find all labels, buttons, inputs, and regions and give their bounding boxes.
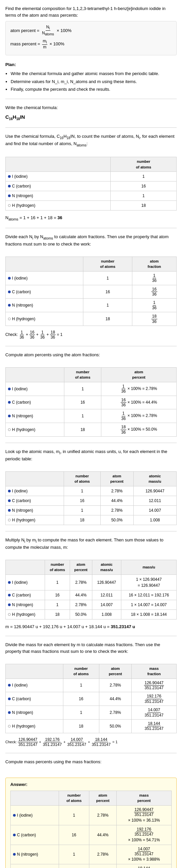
col-atom-pct: atompercent xyxy=(101,367,176,382)
plan-label: Plan: xyxy=(5,61,177,68)
col-atom-pct-5: atompercent xyxy=(70,560,92,575)
element-nitrogen-7: N (nitrogen) xyxy=(11,845,59,864)
atom-percent-section: Compute atom percents using the atom fra… xyxy=(5,351,177,437)
element-hydrogen-7: H (hydrogen) xyxy=(11,864,59,868)
col-atomic-mass: atomicmass/u xyxy=(133,471,176,486)
mass-fraction-section: Divide the mass for each element by m to… xyxy=(5,642,177,747)
table-row: H (hydrogen) 18 50.0% 1.008 18 × 1.008 =… xyxy=(6,610,177,619)
col-num-atoms-2: numberof atoms xyxy=(83,256,132,271)
table-row: N (nitrogen) 1 xyxy=(6,191,177,201)
table-row: C (carbon) 16 44.4% 192.176351.23147 xyxy=(6,692,177,706)
mass-percent-formula: mass percent = mim × 100% xyxy=(10,39,172,50)
col-atom-pct-4: atompercent xyxy=(100,471,133,486)
element-carbon-3: C (carbon) xyxy=(6,396,64,409)
molecular-mass-section: Multiply Ni by mi to compute the mass fo… xyxy=(5,537,177,630)
col-element-6 xyxy=(6,664,63,679)
table-row: C (carbon) 16 1636 xyxy=(6,285,177,299)
table-row: H (hydrogen) 18 xyxy=(6,201,177,211)
header-title: Find the elemental composition for 1,1,2… xyxy=(5,5,177,18)
atom-percent-intro: Compute atom percents using the atom fra… xyxy=(5,351,177,358)
atom-percent-table: numberof atoms atompercent I (iodine) 1 … xyxy=(5,367,177,437)
mass-percent-final-table: numberof atoms atompercent masspercent I… xyxy=(10,790,172,868)
table-row: I (iodine) 1 2.78% 126.90447 1 × 126.904… xyxy=(6,575,177,590)
col-atom-frac: atomfraction xyxy=(132,256,176,271)
element-hydrogen-1: H (hydrogen) xyxy=(6,201,111,211)
col-element-7 xyxy=(11,790,59,805)
table-row: H (hydrogen) 18 1836 × 100% = 50.0% xyxy=(6,423,177,437)
col-atomic-mass-5: atomicmass/u xyxy=(92,560,121,575)
molecular-mass-total: m = 126.90447 u + 192.176 u + 14.007 u +… xyxy=(5,623,177,630)
answer-box: Answer: numberof atoms atompercent massp… xyxy=(5,778,177,868)
table-row: H (hydrogen) 18 50.0% 1.008 xyxy=(6,515,177,525)
atomic-mass-intro: Look up the atomic mass, mi, in unified … xyxy=(5,448,177,462)
table-row: N (nitrogen) 1 2.78% 14.007351.23147 xyxy=(6,706,177,719)
mass-percent-final-section: Compute mass percents using the mass fra… xyxy=(5,758,177,868)
col-mass-u: mass/u xyxy=(121,560,177,575)
table-row: I (iodine) 1 2.78% 126.90447351.23147 xyxy=(6,679,177,692)
atomic-mass-section: Look up the atomic mass, mi, in unified … xyxy=(5,448,177,525)
atomic-mass-table: numberof atoms atompercent atomicmass/u … xyxy=(5,471,177,525)
element-iodine-6: I (iodine) xyxy=(6,679,63,692)
col-element-1 xyxy=(6,157,111,172)
element-hydrogen-4: H (hydrogen) xyxy=(6,515,64,525)
col-element-5 xyxy=(6,560,45,575)
plan-step-1: Write the chemical formula and gather at… xyxy=(11,70,177,77)
n-iodine-1: 1 xyxy=(111,172,177,182)
table-row: N (nitrogen) 1 2.78% 14.007351.23147× 10… xyxy=(11,845,172,864)
atom-count-total: Natoms = 1 + 16 + 1 + 18 = 36 xyxy=(5,215,177,222)
header: Find the elemental composition for 1,1,2… xyxy=(5,5,177,55)
n-nitrogen-1: 1 xyxy=(111,191,177,201)
mass-fraction-check: Check: 126.90447351.23147 + 192.176351.2… xyxy=(5,737,177,747)
table-row: C (carbon) 16 44.4% 192.176351.23147× 10… xyxy=(11,825,172,845)
atom-count-intro: Use the chemical formula, C16H18IN, to c… xyxy=(5,133,177,148)
element-iodine-4: I (iodine) xyxy=(6,486,64,496)
mass-fraction-table: numberof atoms atompercent massfraction … xyxy=(5,664,177,733)
chemical-formula-value: C16H18IN xyxy=(5,114,177,121)
plan-steps: Write the chemical formula and gather at… xyxy=(11,70,177,93)
table-row: C (carbon) 16 xyxy=(6,182,177,191)
element-carbon-7: C (carbon) xyxy=(11,825,59,845)
atom-fraction-table: numberof atoms atomfraction I (iodine) 1… xyxy=(5,256,177,326)
element-carbon-5: C (carbon) xyxy=(6,590,45,600)
col-element-2 xyxy=(6,256,83,271)
n-carbon-1: 16 xyxy=(111,182,177,191)
table-row: C (carbon) 16 1636 × 100% = 44.4% xyxy=(6,396,177,409)
element-hydrogen-3: H (hydrogen) xyxy=(6,423,64,437)
mass-fraction-intro: Divide the mass for each element by m to… xyxy=(5,642,177,654)
element-nitrogen-6: N (nitrogen) xyxy=(6,706,63,719)
plan-step-3: Finally, compute the percents and check … xyxy=(11,86,177,93)
element-iodine-1: I (iodine) xyxy=(6,172,111,182)
element-iodine-7: I (iodine) xyxy=(11,805,59,825)
chemical-formula-label: Write the chemical formula: xyxy=(5,104,177,111)
mass-percent-final-intro: Compute mass percents using the mass fra… xyxy=(5,758,177,765)
table-row: I (iodine) 1 2.78% 126.90447 xyxy=(6,486,177,496)
element-hydrogen-6: H (hydrogen) xyxy=(6,719,63,733)
col-element-4 xyxy=(6,471,64,486)
table-row: H (hydrogen) 18 50.0% 18.144351.23147× 1… xyxy=(11,864,172,868)
chemical-formula-section: Write the chemical formula: C16H18IN xyxy=(5,104,177,122)
element-nitrogen-2: N (nitrogen) xyxy=(6,299,83,312)
plan-step-2: Determine values for N_i, m_i, N_atoms a… xyxy=(11,79,177,85)
table-row: I (iodine) 1 xyxy=(6,172,177,182)
col-num-atoms-5: numberof atoms xyxy=(45,560,70,575)
atom-count-section: Use the chemical formula, C16H18IN, to c… xyxy=(5,133,177,222)
table-row: N (nitrogen) 1 136 xyxy=(6,299,177,312)
table-row: I (iodine) 1 136 × 100% = 2.78% xyxy=(6,382,177,396)
col-atom-pct-7: atompercent xyxy=(89,790,117,805)
table-row: N (nitrogen) 1 136 × 100% = 2.78% xyxy=(6,409,177,423)
element-nitrogen-1: N (nitrogen) xyxy=(6,191,111,201)
col-num-atoms-7: numberof atoms xyxy=(59,790,89,805)
table-row: C (carbon) 16 44.4% 12.011 16 × 12.011 =… xyxy=(6,590,177,600)
col-num-atoms-3: numberof atoms xyxy=(64,367,101,382)
atom-percent-formula: atom percent = NiNatoms × 100% xyxy=(10,25,172,37)
formula-block: atom percent = NiNatoms × 100% mass perc… xyxy=(5,21,177,55)
col-num-atoms-4: numberof atoms xyxy=(64,471,101,486)
molecular-mass-intro: Multiply Ni by mi to compute the mass fo… xyxy=(5,537,177,551)
atom-fraction-check: Check: 136 + 1636 + 136 + 1836 = 1 xyxy=(5,330,177,340)
element-iodine-2: I (iodine) xyxy=(6,271,83,285)
element-iodine-5: I (iodine) xyxy=(6,575,45,590)
n-hydrogen-1: 18 xyxy=(111,201,177,211)
plan-section: Plan: Write the chemical formula and gat… xyxy=(5,61,177,93)
element-carbon-6: C (carbon) xyxy=(6,692,63,706)
table-row: I (iodine) 1 2.78% 126.90447351.23147× 1… xyxy=(11,805,172,825)
